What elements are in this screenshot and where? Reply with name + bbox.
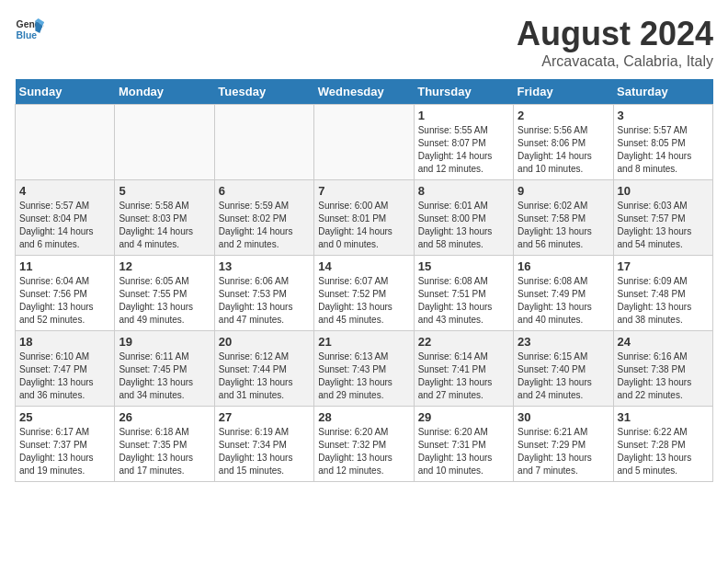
calendar-cell [214, 105, 313, 180]
day-number: 3 [618, 109, 709, 122]
page-title: August 2024 [517, 15, 713, 53]
calendar-cell: 28Sunrise: 6:20 AM Sunset: 7:32 PM Dayli… [314, 407, 414, 482]
day-number: 26 [119, 410, 210, 424]
calendar-cell: 4Sunrise: 5:57 AM Sunset: 8:04 PM Daylig… [16, 180, 115, 256]
weekday-header: Saturday [613, 79, 712, 105]
calendar-cell: 15Sunrise: 6:08 AM Sunset: 7:51 PM Dayli… [414, 256, 513, 331]
day-info: Sunrise: 5:57 AM Sunset: 8:05 PM Dayligh… [618, 124, 709, 176]
day-info: Sunrise: 6:21 AM Sunset: 7:29 PM Dayligh… [518, 426, 609, 477]
day-info: Sunrise: 6:12 AM Sunset: 7:44 PM Dayligh… [219, 350, 310, 402]
calendar-cell [115, 105, 214, 180]
calendar-cell: 18Sunrise: 6:10 AM Sunset: 7:47 PM Dayli… [16, 331, 115, 407]
day-number: 1 [418, 109, 509, 122]
weekday-header: Thursday [414, 79, 513, 105]
day-number: 23 [518, 335, 609, 349]
calendar-cell: 25Sunrise: 6:17 AM Sunset: 7:37 PM Dayli… [16, 407, 115, 482]
day-info: Sunrise: 5:57 AM Sunset: 8:04 PM Dayligh… [19, 200, 110, 251]
day-number: 12 [119, 259, 210, 273]
page-subtitle: Arcavacata, Calabria, Italy [517, 53, 713, 70]
calendar-cell: 2Sunrise: 5:56 AM Sunset: 8:06 PM Daylig… [514, 105, 613, 180]
calendar-cell: 30Sunrise: 6:21 AM Sunset: 7:29 PM Dayli… [514, 407, 613, 482]
day-number: 28 [318, 410, 409, 424]
calendar-cell: 9Sunrise: 6:02 AM Sunset: 7:58 PM Daylig… [514, 180, 613, 256]
day-info: Sunrise: 6:09 AM Sunset: 7:48 PM Dayligh… [618, 275, 709, 327]
weekday-header: Tuesday [214, 79, 313, 105]
day-info: Sunrise: 6:07 AM Sunset: 7:52 PM Dayligh… [318, 275, 409, 327]
calendar-cell: 14Sunrise: 6:07 AM Sunset: 7:52 PM Dayli… [314, 256, 414, 331]
day-number: 15 [418, 259, 509, 273]
calendar-week-row: 4Sunrise: 5:57 AM Sunset: 8:04 PM Daylig… [16, 180, 713, 256]
day-number: 2 [518, 109, 609, 122]
day-info: Sunrise: 6:11 AM Sunset: 7:45 PM Dayligh… [119, 350, 210, 402]
day-info: Sunrise: 6:02 AM Sunset: 7:58 PM Dayligh… [518, 200, 609, 251]
weekday-header: Sunday [16, 79, 115, 105]
calendar-cell: 1Sunrise: 5:55 AM Sunset: 8:07 PM Daylig… [414, 105, 513, 180]
day-info: Sunrise: 6:06 AM Sunset: 7:53 PM Dayligh… [219, 275, 310, 327]
day-info: Sunrise: 6:20 AM Sunset: 7:31 PM Dayligh… [418, 426, 509, 477]
calendar-cell [314, 105, 414, 180]
weekday-row: SundayMondayTuesdayWednesdayThursdayFrid… [16, 79, 713, 105]
calendar-cell: 13Sunrise: 6:06 AM Sunset: 7:53 PM Dayli… [214, 256, 313, 331]
day-info: Sunrise: 6:08 AM Sunset: 7:51 PM Dayligh… [418, 275, 509, 327]
day-number: 4 [19, 184, 110, 198]
day-info: Sunrise: 6:13 AM Sunset: 7:43 PM Dayligh… [318, 350, 409, 402]
day-number: 22 [418, 335, 509, 349]
calendar-cell: 24Sunrise: 6:16 AM Sunset: 7:38 PM Dayli… [613, 331, 712, 407]
calendar-cell: 6Sunrise: 5:59 AM Sunset: 8:02 PM Daylig… [214, 180, 313, 256]
day-info: Sunrise: 6:08 AM Sunset: 7:49 PM Dayligh… [518, 275, 609, 327]
weekday-header: Monday [115, 79, 214, 105]
calendar-cell: 19Sunrise: 6:11 AM Sunset: 7:45 PM Dayli… [115, 331, 214, 407]
calendar-cell: 22Sunrise: 6:14 AM Sunset: 7:41 PM Dayli… [414, 331, 513, 407]
day-number: 17 [618, 259, 709, 273]
svg-text:Blue: Blue [17, 30, 38, 40]
day-info: Sunrise: 6:14 AM Sunset: 7:41 PM Dayligh… [418, 350, 509, 402]
day-info: Sunrise: 6:01 AM Sunset: 8:00 PM Dayligh… [418, 200, 509, 251]
day-info: Sunrise: 5:58 AM Sunset: 8:03 PM Dayligh… [119, 200, 210, 251]
calendar-cell: 7Sunrise: 6:00 AM Sunset: 8:01 PM Daylig… [314, 180, 414, 256]
day-number: 13 [219, 259, 310, 273]
calendar-table: SundayMondayTuesdayWednesdayThursdayFrid… [15, 79, 713, 482]
calendar-week-row: 18Sunrise: 6:10 AM Sunset: 7:47 PM Dayli… [16, 331, 713, 407]
day-number: 14 [318, 259, 409, 273]
calendar-cell: 10Sunrise: 6:03 AM Sunset: 7:57 PM Dayli… [613, 180, 712, 256]
day-info: Sunrise: 6:19 AM Sunset: 7:34 PM Dayligh… [219, 426, 310, 477]
calendar-cell: 16Sunrise: 6:08 AM Sunset: 7:49 PM Dayli… [514, 256, 613, 331]
weekday-header: Wednesday [314, 79, 414, 105]
calendar-cell: 3Sunrise: 5:57 AM Sunset: 8:05 PM Daylig… [613, 105, 712, 180]
calendar-cell: 11Sunrise: 6:04 AM Sunset: 7:56 PM Dayli… [16, 256, 115, 331]
calendar-cell: 21Sunrise: 6:13 AM Sunset: 7:43 PM Dayli… [314, 331, 414, 407]
day-info: Sunrise: 5:55 AM Sunset: 8:07 PM Dayligh… [418, 124, 509, 176]
day-number: 27 [219, 410, 310, 424]
day-info: Sunrise: 6:00 AM Sunset: 8:01 PM Dayligh… [318, 200, 409, 251]
calendar-cell: 31Sunrise: 6:22 AM Sunset: 7:28 PM Dayli… [613, 407, 712, 482]
calendar-cell: 17Sunrise: 6:09 AM Sunset: 7:48 PM Dayli… [613, 256, 712, 331]
calendar-cell: 5Sunrise: 5:58 AM Sunset: 8:03 PM Daylig… [115, 180, 214, 256]
day-number: 9 [518, 184, 609, 198]
day-number: 31 [618, 410, 709, 424]
day-number: 7 [318, 184, 409, 198]
day-number: 6 [219, 184, 310, 198]
calendar-cell: 20Sunrise: 6:12 AM Sunset: 7:44 PM Dayli… [214, 331, 313, 407]
day-info: Sunrise: 6:05 AM Sunset: 7:55 PM Dayligh… [119, 275, 210, 327]
logo-icon: General Blue [15, 15, 44, 44]
calendar-week-row: 11Sunrise: 6:04 AM Sunset: 7:56 PM Dayli… [16, 256, 713, 331]
day-info: Sunrise: 6:10 AM Sunset: 7:47 PM Dayligh… [19, 350, 110, 402]
day-number: 20 [219, 335, 310, 349]
day-info: Sunrise: 6:03 AM Sunset: 7:57 PM Dayligh… [618, 200, 709, 251]
calendar-header: SundayMondayTuesdayWednesdayThursdayFrid… [16, 79, 713, 105]
day-number: 5 [119, 184, 210, 198]
day-info: Sunrise: 6:04 AM Sunset: 7:56 PM Dayligh… [19, 275, 110, 327]
day-number: 8 [418, 184, 509, 198]
calendar-cell: 23Sunrise: 6:15 AM Sunset: 7:40 PM Dayli… [514, 331, 613, 407]
calendar-week-row: 25Sunrise: 6:17 AM Sunset: 7:37 PM Dayli… [16, 407, 713, 482]
calendar-cell: 27Sunrise: 6:19 AM Sunset: 7:34 PM Dayli… [214, 407, 313, 482]
day-info: Sunrise: 6:22 AM Sunset: 7:28 PM Dayligh… [618, 426, 709, 477]
calendar-cell: 12Sunrise: 6:05 AM Sunset: 7:55 PM Dayli… [115, 256, 214, 331]
day-number: 18 [19, 335, 110, 349]
day-info: Sunrise: 6:17 AM Sunset: 7:37 PM Dayligh… [19, 426, 110, 477]
day-info: Sunrise: 6:20 AM Sunset: 7:32 PM Dayligh… [318, 426, 409, 477]
title-block: August 2024 Arcavacata, Calabria, Italy [517, 15, 713, 70]
day-info: Sunrise: 5:56 AM Sunset: 8:06 PM Dayligh… [518, 124, 609, 176]
day-number: 30 [518, 410, 609, 424]
day-number: 11 [19, 259, 110, 273]
